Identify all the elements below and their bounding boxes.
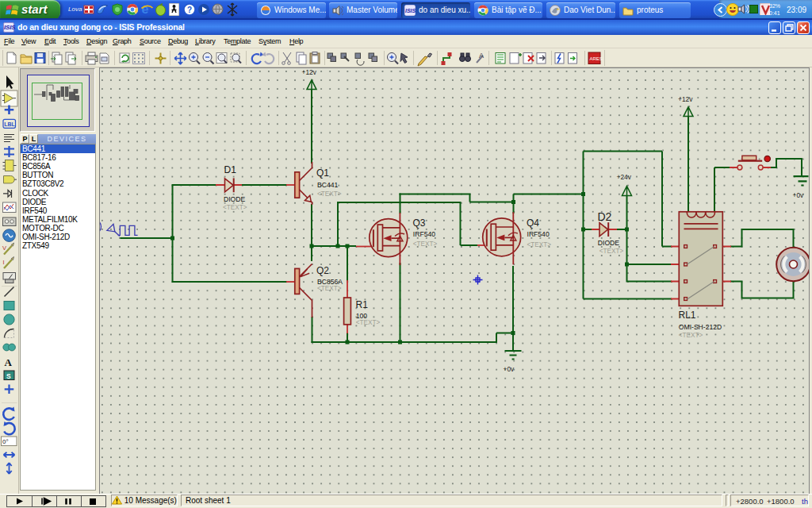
svg-text:+0v: +0v [504, 365, 515, 373]
svg-text:IRF540: IRF540 [527, 230, 550, 238]
svg-text:V: V [2, 244, 6, 252]
svg-text:S: S [6, 372, 11, 380]
svg-text:I: I [3, 259, 5, 266]
svg-text:A: A [479, 52, 484, 60]
svg-text:R1: R1 [356, 299, 369, 310]
svg-text:<TEXT>: <TEXT> [317, 190, 342, 198]
svg-text:OMI-SH-212D: OMI-SH-212D [679, 323, 722, 331]
svg-text:?: ? [187, 6, 192, 14]
svg-text:+0v: +0v [793, 191, 805, 199]
svg-text:BC441: BC441 [317, 181, 338, 189]
svg-text:0°: 0° [2, 438, 9, 445]
svg-text:<TEXT>: <TEXT> [679, 332, 703, 339]
svg-text:<TEXT>: <TEXT> [223, 204, 247, 211]
svg-text:LBL: LBL [4, 121, 15, 127]
svg-text:<TEXT>: <TEXT> [356, 319, 381, 326]
svg-text:e: e [142, 2, 149, 16]
svg-text:Q1: Q1 [316, 167, 329, 179]
svg-text:IRF540: IRF540 [413, 230, 435, 238]
svg-text:ISIS: ISIS [405, 8, 416, 13]
svg-text:+24v: +24v [617, 173, 632, 181]
svg-text:A: A [5, 356, 13, 368]
svg-text:<TEXT>: <TEXT> [527, 241, 552, 248]
svg-text:Q4: Q4 [527, 217, 539, 229]
svg-text:<TEXT>: <TEXT> [599, 248, 624, 255]
svg-text:RL1: RL1 [679, 310, 696, 321]
svg-text:Q3: Q3 [413, 217, 426, 229]
svg-text:<TEXT>: <TEXT> [317, 285, 342, 292]
svg-text:D1: D1 [224, 164, 237, 175]
svg-text:+12v: +12v [678, 95, 693, 103]
svg-text:D2: D2 [598, 210, 612, 223]
svg-text:<TEXT>: <TEXT> [413, 241, 438, 248]
svg-text:DIODE: DIODE [224, 195, 245, 203]
svg-text:Q2: Q2 [316, 265, 329, 276]
svg-text:ARES: ARES [590, 56, 603, 61]
svg-text:DIODE: DIODE [598, 239, 619, 247]
svg-text:+12v: +12v [302, 68, 317, 76]
